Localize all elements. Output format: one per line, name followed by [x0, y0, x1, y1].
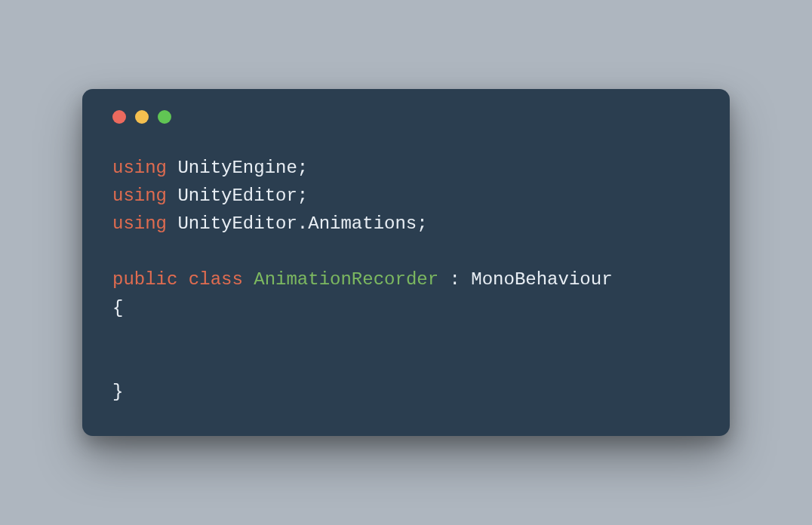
class-name: AnimationRecorder — [254, 269, 438, 290]
keyword-using-1: using — [112, 158, 167, 178]
brace-close: } — [112, 382, 123, 402]
maximize-icon[interactable] — [158, 110, 171, 124]
code-text-1: UnityEngine; — [167, 158, 308, 178]
space-2 — [243, 269, 254, 290]
code-text-inherit: : MonoBehaviour — [438, 269, 612, 290]
code-block: using UnityEngine; using UnityEditor; us… — [109, 154, 703, 407]
keyword-using-2: using — [112, 186, 167, 206]
code-window: using UnityEngine; using UnityEditor; us… — [82, 89, 730, 437]
brace-open: { — [112, 298, 123, 318]
code-text-3: UnityEditor.Animations; — [167, 213, 428, 234]
space-1 — [177, 269, 188, 290]
keyword-class: class — [189, 269, 243, 290]
code-text-2: UnityEditor; — [167, 186, 308, 206]
close-icon[interactable] — [112, 110, 126, 124]
keyword-using-3: using — [112, 213, 167, 234]
minimize-icon[interactable] — [135, 110, 149, 124]
traffic-lights — [109, 110, 703, 124]
keyword-public: public — [112, 269, 177, 290]
